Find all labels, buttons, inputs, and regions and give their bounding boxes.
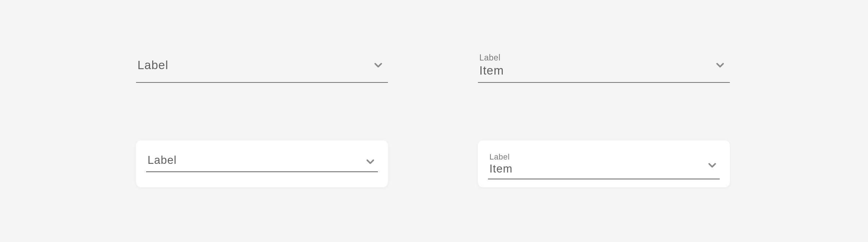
- select-value: Item: [479, 64, 504, 77]
- select-filled-card-inner[interactable]: Label Item: [488, 146, 720, 179]
- select-label: Label: [148, 154, 177, 166]
- select-label: Label: [137, 59, 168, 72]
- select-filled-plain[interactable]: Label Item: [478, 50, 730, 83]
- select-value: Item: [489, 163, 512, 175]
- select-float-label: Label: [479, 53, 504, 62]
- chevron-down-icon: [706, 159, 718, 171]
- select-float-label: Label: [489, 153, 512, 161]
- select-card-empty: Label: [136, 140, 388, 187]
- chevron-down-icon: [372, 59, 384, 71]
- select-empty-plain[interactable]: Label: [136, 50, 388, 83]
- select-empty-card-inner[interactable]: Label: [146, 146, 378, 172]
- chevron-down-icon: [714, 59, 726, 71]
- select-card-filled: Label Item: [478, 140, 730, 187]
- chevron-down-icon: [364, 156, 376, 168]
